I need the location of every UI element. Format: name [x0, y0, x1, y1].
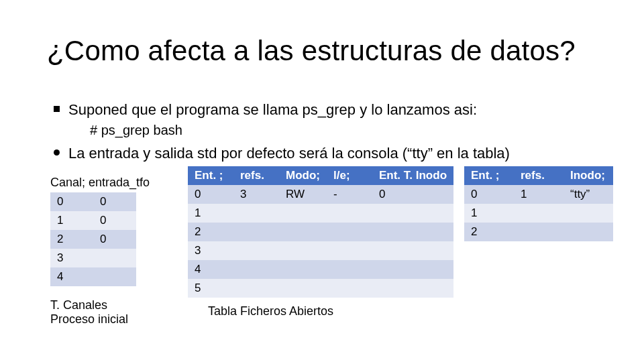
tabla-canales-table: 00 10 20 3 4 — [50, 192, 136, 286]
tabla-canales-caption-bottom: T. Canales Proceso inicial — [50, 298, 150, 326]
bullet-item: Suponed que el programa se llama ps_grep… — [54, 101, 617, 120]
table-row: 00 — [50, 192, 136, 211]
table-row: 03RW-0 — [188, 185, 453, 204]
table-row: 1 — [188, 204, 453, 223]
bullet-text: Suponed que el programa se llama ps_grep… — [68, 101, 477, 118]
table-row: 2 — [188, 223, 453, 241]
bullet-list: Suponed que el programa se llama ps_grep… — [54, 101, 617, 164]
slide-title: ¿Como afecta a las estructuras de datos? — [47, 35, 576, 67]
tabla-canales: Canal; entrada_tfo 00 10 20 3 4 T. Canal… — [50, 176, 150, 326]
table-row: 4 — [188, 260, 453, 279]
bullet-item: La entrada y salida std por defecto será… — [54, 144, 617, 164]
table-row: 10 — [50, 211, 136, 230]
table-row: 3 — [50, 249, 136, 267]
table-row: 20 — [50, 230, 136, 249]
table-row: 01“tty” — [464, 185, 613, 204]
tabla-ficheros-abiertos: Ent. ;refs. Modo;l/e; Ent. T. Inodo 03RW… — [188, 166, 453, 318]
table-row: 2 — [464, 223, 613, 241]
table-row: 4 — [50, 267, 136, 286]
square-bullet-icon — [54, 106, 60, 112]
bullet-text: La entrada y salida std por defecto será… — [68, 145, 510, 162]
tabla-tfa-caption-bottom: Tabla Ficheros Abiertos — [208, 304, 453, 318]
table-header-row: Ent. ;refs. Modo;l/e; Ent. T. Inodo — [188, 166, 453, 185]
tabla-inodos-table: Ent. ;refs.Inodo; 01“tty” 1 2 — [464, 166, 613, 241]
table-row: 5 — [188, 279, 453, 298]
sub-bullet-text: # ps_grep bash — [90, 121, 617, 139]
tabla-tfa-table: Ent. ;refs. Modo;l/e; Ent. T. Inodo 03RW… — [188, 166, 453, 298]
tabla-inodos: Ent. ;refs.Inodo; 01“tty” 1 2 — [464, 166, 613, 241]
slide: ¿Como afecta a las estructuras de datos?… — [0, 0, 644, 362]
table-header-row: Ent. ;refs.Inodo; — [464, 166, 613, 185]
table-row: 3 — [188, 241, 453, 260]
tabla-canales-caption-top: Canal; entrada_tfo — [50, 176, 150, 190]
round-bullet-icon — [54, 149, 60, 156]
table-row: 1 — [464, 204, 613, 223]
